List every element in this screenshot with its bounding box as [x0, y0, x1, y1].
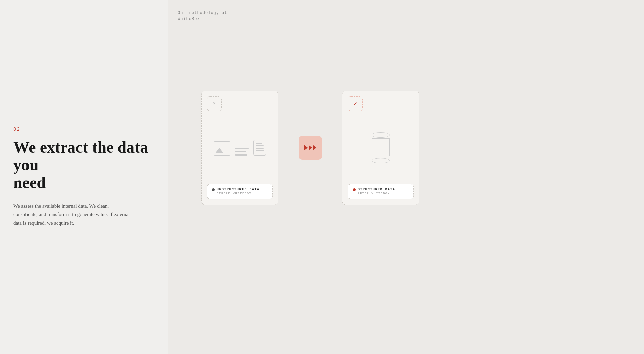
line-3	[235, 154, 247, 156]
methodology-label: Our methodology at WhiteBox	[178, 10, 227, 22]
db-bottom	[372, 158, 390, 163]
step-number: 02	[13, 127, 154, 132]
db-mid-line-1	[372, 138, 390, 139]
unstructured-icons	[214, 140, 266, 156]
db-top	[372, 132, 390, 138]
section-description: We assess the available internal data. W…	[13, 202, 134, 228]
image-icon	[214, 141, 230, 156]
mountain-icon	[215, 148, 223, 153]
doc-icon	[253, 140, 266, 156]
structured-label-title: STRUCTURED DATA	[353, 188, 409, 191]
line-1	[235, 148, 249, 149]
unstructured-label-title: UNSTRUCTURED DATA	[212, 188, 268, 191]
unstructured-label-box: UNSTRUCTURED DATA BEFORE WHITEBOX	[207, 184, 273, 199]
unstructured-label-sub: BEFORE WHITEBOX	[217, 192, 268, 195]
chevron-3	[313, 145, 316, 150]
line-2	[235, 151, 246, 152]
arrow-box	[299, 136, 322, 160]
dot-indicator-red	[353, 188, 356, 191]
unstructured-data-card: ×	[201, 91, 278, 205]
lines-icon	[235, 148, 249, 156]
x-badge: ×	[207, 96, 222, 111]
sun-icon	[225, 144, 227, 146]
triple-arrow	[304, 145, 316, 150]
chevron-1	[304, 145, 308, 150]
chevron-2	[309, 145, 312, 150]
left-panel: 02 We extract the data you need We asses…	[0, 0, 168, 354]
diagram-container: ×	[201, 91, 419, 205]
main-heading: We extract the data you need	[13, 139, 154, 192]
structured-data-card: ✓ STRUCTURED DATA AFTER WHITEBOX	[342, 91, 419, 205]
db-body	[372, 139, 390, 156]
db-mid-line-2	[372, 157, 390, 157]
structured-label-box: STRUCTURED DATA AFTER WHITEBOX	[348, 184, 414, 199]
check-badge: ✓	[348, 96, 363, 111]
dot-indicator	[212, 188, 215, 191]
database-icon	[372, 132, 390, 163]
structured-label-sub: AFTER WHITEBOX	[358, 192, 409, 195]
